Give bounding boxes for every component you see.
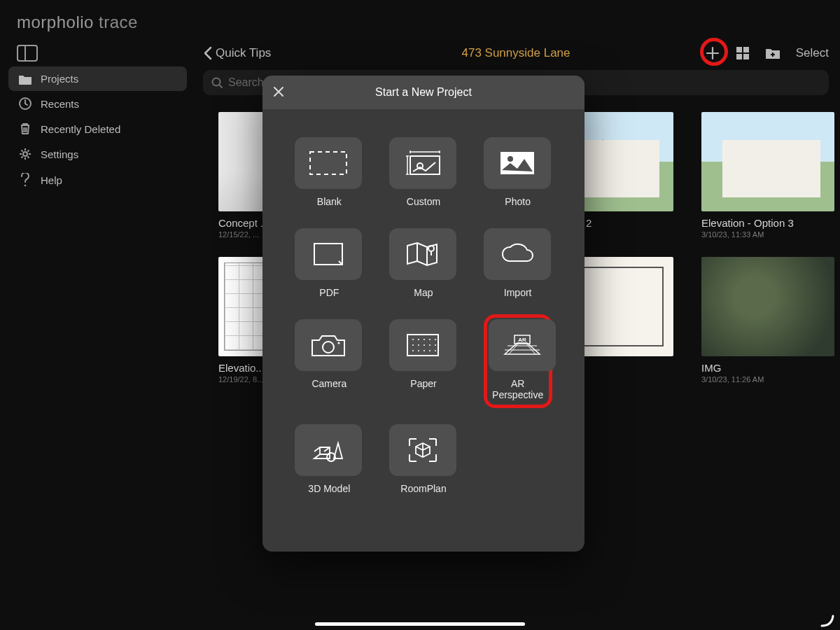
sidebar: Projects Recents Recently Deleted Settin… — [8, 66, 187, 193]
svg-point-33 — [429, 350, 430, 351]
sidebar-item-projects[interactable]: Projects — [8, 66, 187, 91]
option-tile — [484, 137, 551, 189]
option-label: PDF — [295, 287, 363, 298]
close-icon — [272, 85, 285, 98]
svg-point-30 — [412, 350, 414, 351]
help-icon — [17, 173, 34, 187]
cloud-icon — [499, 241, 536, 267]
option-paper[interactable]: Paper — [389, 319, 458, 403]
view-grid-button[interactable] — [736, 46, 750, 60]
svg-rect-19 — [407, 335, 438, 356]
svg-rect-0 — [18, 46, 37, 61]
option-label: Paper — [389, 378, 458, 389]
option-tile — [389, 424, 456, 476]
modal-title: Start a New Project — [262, 86, 584, 99]
option-import[interactable]: Import — [484, 228, 552, 298]
option-photo[interactable]: Photo — [484, 137, 552, 207]
project-name: IMG — [701, 362, 834, 374]
svg-point-23 — [429, 339, 430, 340]
svg-rect-8 — [743, 54, 749, 59]
sidebar-item-settings[interactable]: Settings — [8, 141, 187, 167]
sidebar-item-label: Help — [41, 174, 62, 186]
sidebar-item-label: Settings — [41, 148, 78, 160]
app-logo: morpholio trace — [17, 13, 138, 32]
back-label: Quick Tips — [216, 46, 271, 60]
option-custom[interactable]: Custom — [389, 137, 458, 207]
sidebar-item-help[interactable]: Help — [8, 167, 187, 193]
chevron-left-icon — [203, 46, 213, 60]
sidebar-icon — [17, 45, 38, 62]
svg-point-34 — [435, 350, 436, 351]
svg-rect-6 — [743, 47, 749, 52]
project-thumbnail — [701, 257, 834, 356]
select-button[interactable]: Select — [796, 46, 829, 60]
option-ar-perspective[interactable]: AR AR Perspective — [484, 314, 552, 408]
close-button[interactable] — [272, 85, 285, 98]
option-map[interactable]: Map — [389, 228, 458, 298]
svg-point-31 — [418, 350, 419, 351]
svg-point-21 — [418, 339, 419, 340]
svg-point-28 — [429, 344, 430, 346]
svg-rect-5 — [736, 47, 742, 52]
option-tile — [389, 137, 456, 189]
svg-point-24 — [435, 339, 436, 340]
modal-header: Start a New Project — [262, 76, 584, 109]
home-indicator[interactable] — [315, 622, 525, 626]
folder-plus-icon — [765, 47, 780, 59]
trash-icon — [17, 122, 34, 135]
sidebar-item-recents[interactable]: Recents — [8, 91, 187, 116]
option-label: AR Perspective — [489, 378, 547, 400]
svg-rect-7 — [736, 54, 742, 59]
svg-point-17 — [323, 342, 334, 353]
page-title: 473 Sunnyside Lane — [461, 46, 570, 60]
sidebar-toggle-button[interactable] — [17, 45, 38, 62]
option-camera[interactable]: Camera — [295, 319, 363, 403]
option-3d-model[interactable]: 3D Model — [295, 424, 363, 494]
project-date: 3/10/23, 11:33 AM — [701, 230, 834, 239]
3d-shapes-icon — [310, 436, 346, 464]
new-folder-button[interactable] — [765, 47, 780, 59]
map-icon — [405, 240, 441, 268]
svg-point-29 — [435, 344, 436, 346]
svg-point-32 — [424, 350, 425, 351]
project-card[interactable]: IMG 3/10/23, 11:26 AM — [701, 257, 834, 384]
svg-point-26 — [418, 344, 419, 346]
pdf-icon — [309, 240, 348, 268]
option-blank[interactable]: Blank — [295, 137, 363, 207]
option-tile — [295, 424, 362, 476]
option-tile — [295, 228, 362, 280]
option-tile — [295, 137, 362, 189]
project-card[interactable]: Elevation - Option 3 3/10/23, 11:33 AM — [701, 112, 834, 239]
logo-brand-b: trace — [94, 13, 138, 31]
svg-text:AR: AR — [518, 337, 526, 343]
search-icon — [211, 77, 223, 88]
custom-size-icon — [403, 149, 442, 177]
sidebar-item-label: Projects — [41, 73, 78, 85]
blank-canvas-icon — [309, 150, 348, 176]
option-pdf[interactable]: PDF — [295, 228, 363, 298]
option-tile — [389, 228, 456, 280]
option-tile: AR — [489, 319, 556, 371]
plus-icon — [705, 46, 720, 61]
roomplan-icon — [405, 435, 440, 465]
project-name: Elevation - Option 3 — [701, 217, 834, 229]
option-label: RoomPlan — [389, 483, 458, 494]
option-tile — [295, 319, 362, 371]
folder-icon — [17, 74, 34, 85]
svg-point-18 — [338, 342, 340, 344]
option-label: Map — [389, 287, 458, 298]
svg-point-14 — [507, 156, 513, 162]
logo-brand-a: morpholio — [17, 13, 94, 31]
sidebar-item-recently-deleted[interactable]: Recently Deleted — [8, 116, 187, 141]
option-roomplan[interactable]: RoomPlan — [389, 424, 458, 494]
svg-rect-11 — [410, 156, 440, 174]
project-options-grid: Blank Custom P — [262, 109, 584, 508]
gear-icon — [17, 148, 34, 160]
project-date: 3/10/23, 11:26 AM — [701, 375, 834, 384]
add-project-button[interactable] — [705, 46, 720, 61]
option-label: Import — [484, 287, 552, 298]
camera-icon — [309, 332, 347, 358]
back-button[interactable]: Quick Tips — [203, 46, 271, 60]
svg-point-4 — [24, 185, 27, 187]
svg-point-22 — [424, 339, 425, 340]
